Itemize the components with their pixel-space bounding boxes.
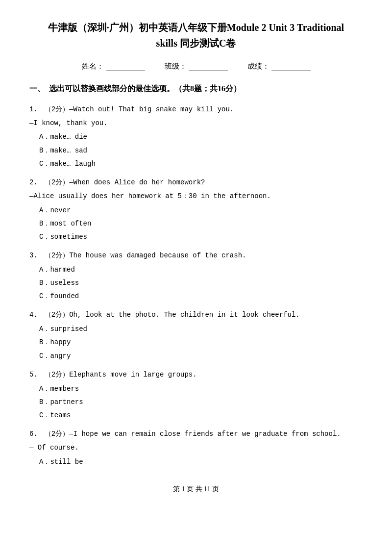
name-field-group: 姓名： bbox=[82, 60, 145, 73]
score-label: 成绩： bbox=[247, 60, 270, 73]
q3-score: （2分） bbox=[45, 252, 69, 259]
q4-optA: A．surprised bbox=[39, 323, 363, 335]
q4-number: 4. bbox=[29, 311, 45, 319]
q5-optA: A．members bbox=[39, 383, 363, 395]
q4-stem: 4. （2分）Oh, look at the photo. The childr… bbox=[29, 309, 363, 321]
q1-dialog1: —Watch out! That big snake may kill you. bbox=[69, 105, 234, 113]
q2-dialog2: —Alice usually does her homework at 5：30… bbox=[29, 191, 363, 202]
q2-optA: A．never bbox=[39, 204, 363, 217]
q1-optB: B．make… sad bbox=[39, 145, 363, 157]
q5-text: Elephants move in large groups. bbox=[69, 371, 196, 378]
q1-dialog2: —I know, thank you. bbox=[29, 118, 363, 129]
info-row: 姓名： 班级： 成绩： bbox=[29, 60, 363, 73]
question-4: 4. （2分）Oh, look at the photo. The childr… bbox=[29, 309, 363, 362]
q5-score: （2分） bbox=[45, 371, 69, 378]
class-field-group: 班级： bbox=[165, 60, 228, 73]
q4-optB: B．happy bbox=[39, 336, 363, 349]
class-label: 班级： bbox=[165, 60, 187, 73]
q3-number: 3. bbox=[29, 252, 45, 259]
score-input-field[interactable] bbox=[271, 62, 311, 71]
q1-stem: 1. （2分）—Watch out! That big snake may ki… bbox=[29, 104, 363, 116]
page-footer: 第 1 页 共 11 页 bbox=[29, 483, 363, 495]
q2-score: （2分） bbox=[45, 178, 69, 186]
q6-number: 6. bbox=[29, 430, 45, 438]
q1-number: 1. bbox=[29, 105, 45, 113]
q4-optC: C．angry bbox=[39, 350, 363, 362]
q3-optB: B．useless bbox=[39, 277, 363, 289]
title-line2: skills 同步测试C卷 bbox=[156, 38, 236, 49]
q6-dialog2: — Of course. bbox=[29, 442, 363, 454]
q2-number: 2. bbox=[29, 178, 45, 186]
q5-stem: 5. （2分）Elephants move in large groups. bbox=[29, 369, 363, 381]
q3-stem: 3. （2分）The house was damaged because of … bbox=[29, 250, 363, 262]
score-field-group: 成绩： bbox=[247, 60, 311, 73]
q5-number: 5. bbox=[29, 371, 45, 378]
q2-stem: 2. （2分）—When does Alice do her homework? bbox=[29, 177, 363, 189]
section1-header: 一、 选出可以替换画线部分的最佳选项。（共8题；共16分） bbox=[29, 82, 363, 96]
q1-score: （2分） bbox=[45, 105, 69, 113]
q3-optC: C．founded bbox=[39, 290, 363, 303]
question-2: 2. （2分）—When does Alice do her homework?… bbox=[29, 177, 363, 243]
q5-optB: B．partners bbox=[39, 396, 363, 408]
q6-dialog1: —I hope we can remain close friends afte… bbox=[69, 430, 341, 438]
q3-text: The house was damaged because of the cra… bbox=[69, 252, 246, 259]
q6-score: （2分） bbox=[45, 430, 69, 438]
q4-text: Oh, look at the photo. The children in i… bbox=[69, 311, 299, 319]
section1-title: 选出可以替换画线部分的最佳选项。（共8题；共16分） bbox=[49, 82, 241, 96]
name-label: 姓名： bbox=[82, 60, 104, 73]
q3-optA: A．harmed bbox=[39, 264, 363, 276]
q2-optC: C．sometimes bbox=[39, 231, 363, 243]
page-footer-text: 第 1 页 共 11 页 bbox=[173, 485, 219, 493]
class-input-field[interactable] bbox=[189, 62, 228, 71]
q5-optC: C．teams bbox=[39, 409, 363, 422]
q2-dialog1: —When does Alice do her homework? bbox=[69, 178, 205, 186]
title-block: 牛津版（深圳·广州）初中英语八年级下册Module 2 Unit 3 Tradi… bbox=[29, 20, 363, 51]
q2-optB: B．most often bbox=[39, 218, 363, 230]
q4-score: （2分） bbox=[45, 311, 69, 319]
q1-optC: C．make… laugh bbox=[39, 158, 363, 170]
question-5: 5. （2分）Elephants move in large groups. A… bbox=[29, 369, 363, 422]
question-3: 3. （2分）The house was damaged because of … bbox=[29, 250, 363, 303]
name-input-field[interactable] bbox=[106, 62, 145, 71]
section1-number: 一、 bbox=[29, 82, 45, 96]
q6-stem: 6. （2分）—I hope we can remain close frien… bbox=[29, 429, 363, 440]
q1-optA: A．make… die bbox=[39, 131, 363, 143]
title-line1: 牛津版（深圳·广州）初中英语八年级下册Module 2 Unit 3 Tradi… bbox=[48, 22, 344, 33]
q6-optA: A．still be bbox=[39, 456, 363, 468]
question-6: 6. （2分）—I hope we can remain close frien… bbox=[29, 429, 363, 468]
question-1: 1. （2分）—Watch out! That big snake may ki… bbox=[29, 104, 363, 170]
